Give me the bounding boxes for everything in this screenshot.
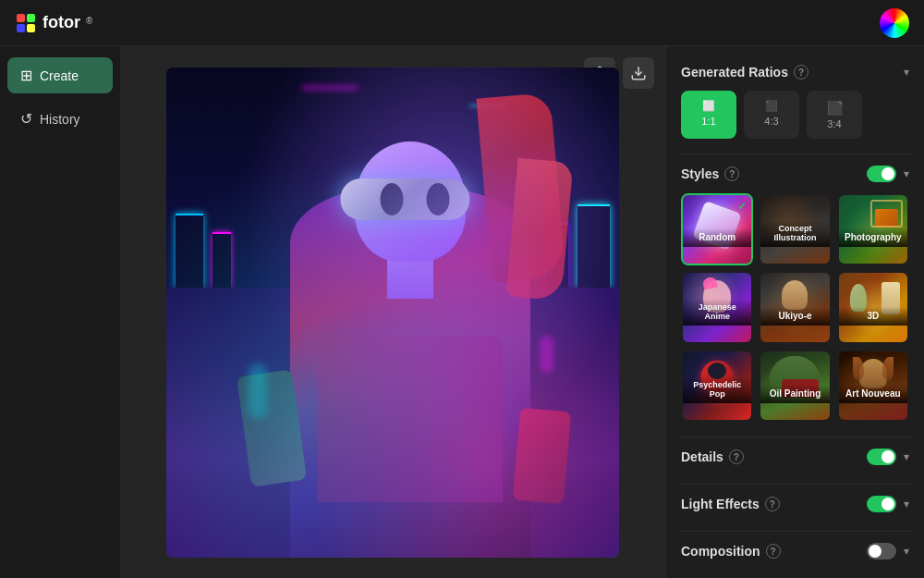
details-toggle[interactable]: [867, 449, 896, 465]
composition-header[interactable]: Composition ? ▾: [677, 535, 913, 567]
app-name: fotor: [43, 13, 80, 32]
styles-title: Styles: [681, 166, 719, 181]
figure: [235, 132, 586, 558]
style-3d[interactable]: 3D: [837, 271, 909, 343]
generated-ratios-header[interactable]: Generated Ratios ? ▾: [677, 57, 913, 87]
style-random[interactable]: Random ✓: [681, 193, 753, 265]
light-effects-chevron: ▾: [904, 498, 909, 510]
composition-title: Composition: [681, 544, 760, 559]
ratio-1-1-label: 1:1: [701, 116, 715, 127]
styles-info[interactable]: ?: [724, 166, 739, 181]
generated-ratios-title: Generated Ratios: [681, 65, 788, 80]
style-ukiyo-e[interactable]: Ukiyo-e: [759, 271, 831, 343]
ratio-4-3[interactable]: ⬛ 4:3: [744, 91, 799, 139]
sidebar-create-label: Create: [40, 68, 79, 83]
right-panel: Generated Ratios ? ▾ ⬜ 1:1 ⬛ 4:3 ⬛: [665, 46, 924, 578]
details-header[interactable]: Details ? ▾: [677, 441, 913, 473]
separator-2: [677, 437, 913, 437]
style-photography[interactable]: Photography: [837, 193, 909, 265]
separator-3: [677, 484, 913, 485]
styles-grid: Random ✓ Concept Illustration: [677, 190, 913, 425]
generated-image: [166, 68, 619, 558]
sidebar: ⊞ Create ↺ History: [0, 46, 120, 578]
ratio-4-3-label: 4:3: [764, 116, 778, 127]
svg-rect-2: [17, 24, 25, 32]
details-info[interactable]: ?: [729, 449, 744, 464]
composition-section: Composition ? ▾: [677, 535, 913, 567]
svg-rect-3: [27, 24, 35, 32]
light-effects-toggle[interactable]: [867, 496, 896, 512]
light-effects-header[interactable]: Light Effects ? ▾: [677, 488, 913, 520]
app-header: fotor ®: [0, 0, 924, 46]
generated-ratios-section: Generated Ratios ? ▾ ⬜ 1:1 ⬛ 4:3 ⬛: [677, 57, 913, 142]
sidebar-history-label: History: [40, 112, 80, 127]
style-oil-painting[interactable]: Oil Painting: [759, 350, 831, 422]
composition-toggle[interactable]: [867, 543, 896, 560]
style-japanese-anime[interactable]: Japanese Anime: [681, 271, 753, 343]
city-bg: [166, 68, 619, 289]
download-button[interactable]: [623, 57, 654, 89]
svg-rect-1: [27, 14, 35, 22]
app-logo: fotor ®: [15, 12, 92, 34]
generated-ratios-info[interactable]: ?: [794, 65, 808, 80]
details-title: Details: [681, 449, 723, 464]
details-section: Details ? ▾: [677, 441, 913, 473]
light-effects-info[interactable]: ?: [765, 497, 780, 511]
separator-1: [677, 154, 913, 154]
styles-chevron: ▾: [904, 167, 909, 180]
details-chevron: ▾: [904, 450, 909, 463]
composition-chevron: ▾: [904, 545, 909, 558]
svg-rect-0: [17, 14, 25, 22]
styles-header[interactable]: Styles ? ▾: [677, 158, 913, 190]
bg-gradient: [166, 68, 619, 558]
ratio-3-4-label: 3:4: [827, 118, 841, 129]
canvas-area: [120, 46, 665, 578]
bottom-glow: [166, 373, 619, 558]
styles-section: Styles ? ▾ Random ✓: [677, 158, 913, 425]
composition-info[interactable]: ?: [766, 544, 781, 559]
download-icon: [630, 65, 647, 81]
style-psychedelic-pop[interactable]: Psychedelic Pop: [681, 350, 753, 422]
generated-ratios-chevron: ▾: [904, 66, 909, 79]
sidebar-item-history[interactable]: ↺ History: [7, 101, 113, 137]
ratio-square-icon: ⬜: [702, 100, 715, 112]
ratio-portrait-icon: ⬛: [827, 100, 842, 116]
logo-icon: [15, 12, 37, 34]
ratio-1-1[interactable]: ⬜ 1:1: [681, 91, 736, 139]
style-art-nouveau[interactable]: Art Nouveau: [837, 350, 909, 422]
ratio-landscape-icon: ⬛: [765, 100, 778, 112]
ratio-3-4[interactable]: ⬛ 3:4: [807, 91, 862, 139]
ratio-buttons: ⬜ 1:1 ⬛ 4:3 ⬛ 3:4: [677, 87, 913, 142]
main-layout: ⊞ Create ↺ History: [0, 46, 924, 578]
styles-toggle[interactable]: [867, 166, 896, 182]
light-effects-section: Light Effects ? ▾: [677, 488, 913, 520]
style-concept-illustration[interactable]: Concept Illustration: [759, 193, 831, 265]
sidebar-item-create[interactable]: ⊞ Create: [7, 57, 113, 93]
header-right: [880, 8, 909, 38]
separator-4: [677, 531, 913, 532]
create-icon: ⊞: [20, 67, 32, 84]
history-icon: ↺: [20, 110, 32, 128]
random-check: ✓: [737, 200, 747, 213]
user-avatar[interactable]: [880, 8, 909, 38]
ambient-glow: [166, 68, 619, 558]
light-effects-title: Light Effects: [681, 497, 760, 511]
